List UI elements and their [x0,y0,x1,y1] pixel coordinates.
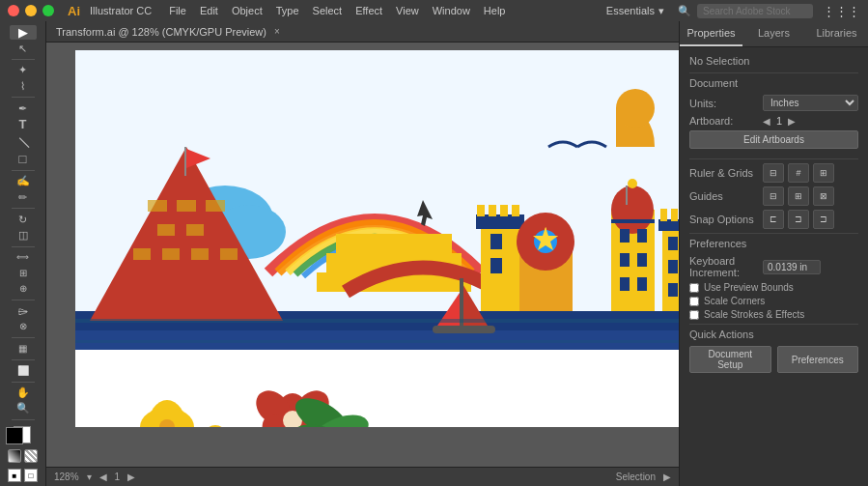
menu-file[interactable]: File [169,5,186,16]
hand-tool[interactable]: ✋ [10,386,37,399]
workspace-switcher[interactable]: Essentials ▾ [606,5,664,17]
menu-edit[interactable]: Edit [200,5,218,16]
snap-options-row: Snap Options ⊏ ⊐ ⊐ [689,210,858,229]
svg-rect-16 [191,248,209,260]
units-row: Units: Inches Pixels Millimeters Points [689,95,858,111]
document-setup-button[interactable]: Document Setup [689,346,771,373]
width-tool[interactable]: ⟺ [10,250,37,264]
tab-properties[interactable]: Properties [680,21,742,46]
artboard-row: Artboard: ◀ 1 ▶ [689,115,858,127]
artboard-value: 1 [776,115,782,127]
eyedropper-tool[interactable]: ⌲ [10,303,37,317]
svg-rect-50 [671,209,678,221]
svg-rect-18 [184,147,186,176]
shape-builder-tool[interactable]: ⊕ [10,282,37,296]
guides-icon1[interactable]: ⊟ [763,186,784,206]
snap-icon1[interactable]: ⊏ [763,210,784,229]
zoom-tool[interactable]: 🔍 [10,402,37,415]
none-swatch[interactable] [24,449,38,463]
svg-point-37 [611,186,654,234]
artboard-nav: ◀ 1 ▶ [763,115,796,127]
use-preview-bounds-checkbox[interactable] [689,283,699,293]
lasso-tool[interactable]: ⌇ [10,79,37,93]
ruler-grids-row: Ruler & Grids ⊟ # ⊞ [689,163,858,183]
grid-alt-icon[interactable]: ⊞ [813,163,834,183]
rect-tool[interactable]: □ [10,152,37,166]
fill-indicator[interactable]: ■ [8,469,21,482]
pencil-tool[interactable]: ✏ [10,190,37,204]
keyboard-increment-row: Keyboard Increment: [689,255,858,278]
units-label: Units: [689,98,757,109]
rotate-tool[interactable]: ↻ [10,213,37,226]
menu-select[interactable]: Select [313,5,343,16]
artboard-prev[interactable]: ◀ [763,116,770,127]
toolbar-separator [12,419,35,420]
scale-corners-row: Scale Corners [689,296,858,306]
left-toolbar: ▶ ↖ ✦ ⌇ ✒ T | □ ✍ ✏ ↻ ◫ ⟺ ⊞ ⊕ ⌲ ⊗ ▦ ⬜ ✋ … [0,21,46,486]
zoom-level[interactable]: 128% [54,472,79,482]
svg-rect-27 [500,205,508,216]
snap-icon3[interactable]: ⊐ [813,210,834,229]
artboard-next[interactable]: ▶ [788,116,796,127]
svg-rect-38 [626,186,628,205]
menu-window[interactable]: Window [433,5,470,16]
svg-rect-53 [668,237,678,250]
keyboard-increment-input[interactable] [763,260,821,274]
canvas-tab-close[interactable]: × [274,26,280,37]
magic-wand-tool[interactable]: ✦ [10,64,37,77]
menu-effect[interactable]: Effect [355,5,382,16]
color-swatches[interactable] [6,427,41,443]
column-graph-tool[interactable]: ▦ [10,342,37,356]
divider [689,233,858,234]
menu-view[interactable]: View [396,5,419,16]
toolbar-separator [12,97,35,98]
toolbar-separator [12,59,35,60]
use-preview-bounds-label: Use Preview Bounds [704,282,794,293]
svg-rect-55 [668,260,678,273]
edit-artboards-button[interactable]: Edit Artboards [689,130,858,149]
tab-layers[interactable]: Layers [742,21,805,46]
svg-rect-12 [157,224,175,236]
toolbar-separator [12,246,35,247]
direct-selection-tool[interactable]: ↖ [10,42,37,55]
scale-strokes-checkbox[interactable] [689,310,699,320]
artboard-tool[interactable]: ⬜ [10,363,37,377]
ruler-icon[interactable]: ⊟ [763,163,784,183]
tab-libraries[interactable]: Libraries [805,21,868,46]
menu-help[interactable]: Help [484,5,506,16]
artboard-info: 1 [115,472,121,482]
snap-icon2[interactable]: ⊐ [788,210,809,229]
preferences-button[interactable]: Preferences [777,346,859,373]
pen-tool[interactable]: ✒ [10,101,37,115]
svg-rect-28 [512,205,519,216]
guides-icon3[interactable]: ⊠ [813,186,834,206]
search-input[interactable] [697,4,813,18]
guides-icon2[interactable]: ⊞ [788,186,809,206]
paintbrush-tool[interactable]: ✍ [10,175,37,188]
stroke-indicator[interactable]: □ [24,469,38,482]
svg-rect-49 [660,209,667,221]
no-selection-label: No Selection [689,55,858,67]
ruler-grids-icons: ⊟ # ⊞ [763,163,834,183]
gradient-swatch[interactable] [8,449,21,463]
minimize-button[interactable] [25,5,37,16]
menu-object[interactable]: Object [232,5,263,16]
foreground-color-swatch[interactable] [6,427,23,444]
mirror-tool[interactable]: ◫ [10,228,37,242]
menu-type[interactable]: Type [276,5,299,16]
quick-actions-title: Quick Actions [689,329,858,340]
maximize-button[interactable] [42,5,54,16]
selection-tool[interactable]: ▶ [10,25,37,40]
grid-icon[interactable]: # [788,163,809,183]
main-layout: ▶ ↖ ✦ ⌇ ✒ T | □ ✍ ✏ ↻ ◫ ⟺ ⊞ ⊕ ⌲ ⊗ ▦ ⬜ ✋ … [0,21,868,486]
svg-rect-14 [133,248,151,260]
units-select[interactable]: Inches Pixels Millimeters Points [763,95,858,111]
snap-icons: ⊏ ⊐ ⊐ [763,210,834,229]
scale-corners-checkbox[interactable] [689,297,699,306]
close-button[interactable] [8,5,19,16]
blend-tool[interactable]: ⊗ [10,320,37,333]
canvas[interactable] [75,50,679,427]
app-icon: Ai [68,4,80,18]
svg-rect-29 [490,234,502,249]
free-transform-tool[interactable]: ⊞ [10,266,37,279]
